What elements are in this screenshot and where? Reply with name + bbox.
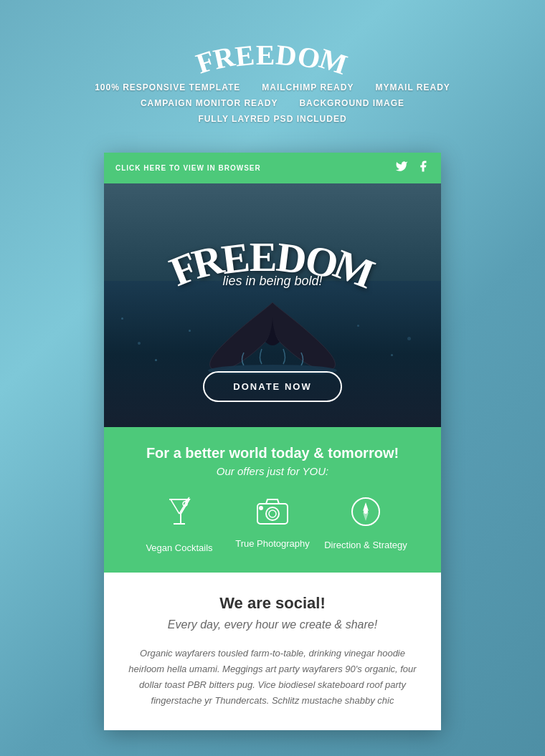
social-section: We are social! Every day, every hour we … [104,573,441,730]
social-subtitle: Every day, every hour we create & share! [125,618,420,631]
tagline-row-3: FULLY LAYRED PSD INCLUDED [14,114,531,124]
svg-point-4 [269,510,276,517]
content-title: For a better world today & tomorrow! [118,445,427,461]
sparkle [189,330,191,332]
social-icons-bar [395,160,430,176]
icons-row: Vegan Cocktails [118,495,427,555]
logo-arc: F R E E D O M [14,21,531,72]
strategy-label: Direction & Strategy [324,540,407,552]
hero-section: F R E E D O M lies in being bold! [104,183,441,427]
icon-item-strategy: Direction & Strategy [323,495,409,552]
sparkle [155,359,157,361]
sparkle [121,317,123,320]
hero-arc: F R E E D O M [166,209,379,281]
svg-point-3 [266,507,279,520]
compass-icon [349,495,382,532]
icon-item-photography: True Photography [229,495,316,550]
content-subtitle: Our offers just for YOU: [118,465,427,477]
cocktail-icon [164,495,195,535]
top-bar: CLICK HERE TO VIEW IN BROWSER [104,153,441,183]
logo-letter: E [256,38,277,72]
hero-subtitle: lies in being bold! [166,274,379,289]
icon-item-cocktails: Vegan Cocktails [136,495,222,555]
photography-label: True Photography [235,538,310,550]
sparkle [357,325,359,327]
tagline-psd: FULLY LAYRED PSD INCLUDED [198,114,346,124]
sparkle [138,342,141,345]
view-browser-link[interactable]: CLICK HERE TO VIEW IN BROWSER [115,164,261,172]
tagline-background: BACKGROUND IMAGE [299,98,404,108]
page-background: F R E E D O M 100% RESPONSIVE TEMPLATE M… [0,0,545,756]
svg-point-7 [364,510,367,513]
tagline-row-2: CAMPAIGN MONITOR READY BACKGROUND IMAGE [14,98,531,108]
donate-button[interactable]: DONATE NOW [203,371,341,402]
logo-letter: E [234,38,257,74]
svg-point-5 [260,507,262,509]
twitter-icon[interactable] [395,160,408,176]
tagline-mymail: MYMAIL READY [375,82,450,92]
email-template: CLICK HERE TO VIEW IN BROWSER [104,153,441,730]
social-title: We are social! [125,594,420,613]
tagline-responsive: 100% RESPONSIVE TEMPLATE [95,82,240,92]
camera-icon [255,495,290,531]
content-section: For a better world today & tomorrow! Our… [104,427,441,573]
facebook-icon[interactable] [417,160,430,176]
social-body-text: Organic wayfarers tousled farm-to-table,… [125,646,420,709]
cocktails-label: Vegan Cocktails [146,542,212,555]
sparkle [391,354,393,356]
header: F R E E D O M 100% RESPONSIVE TEMPLATE M… [0,0,545,153]
tagline-campaign: CAMPAIGN MONITOR READY [141,98,278,108]
hero-title: F R E E D O M lies in being bold! [166,209,379,303]
tagline-row-1: 100% RESPONSIVE TEMPLATE MAILCHIMP READY… [14,82,531,92]
tagline-mailchimp: MAILCHIMP READY [262,82,354,92]
